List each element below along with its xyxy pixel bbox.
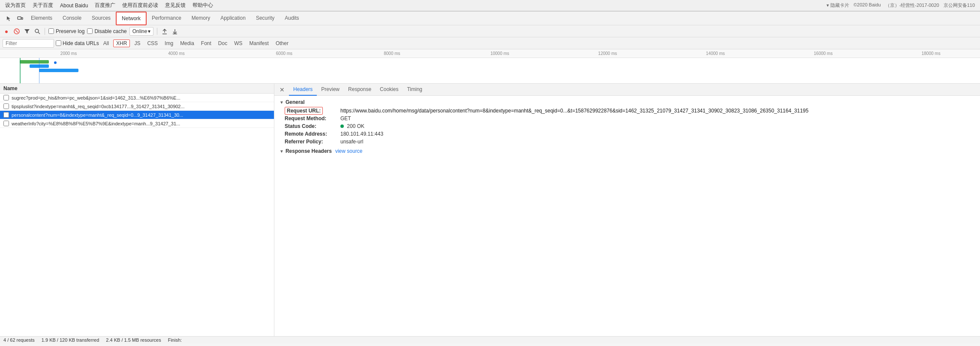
tab-timing[interactable]: Timing	[403, 84, 427, 96]
tick-6000: 6000 ms	[276, 51, 292, 56]
tab-console[interactable]: Console	[57, 12, 87, 25]
hide-data-urls-label[interactable]: Hide data URLs	[56, 40, 99, 46]
general-section-title[interactable]: General	[280, 99, 975, 105]
remote-address-row: Remote Address: 180.101.49.11:443	[280, 131, 975, 137]
main-content: Name sugrec?prod=pc_his&from=pc_web&json…	[0, 84, 980, 336]
timeline-marker	[20, 58, 21, 83]
browser-link-promote[interactable]: 百度推广	[95, 2, 115, 9]
request-checkbox-1[interactable]	[3, 95, 9, 100]
filter-icon	[24, 28, 30, 34]
export-button[interactable]	[171, 27, 179, 35]
browser-link-guide[interactable]: 使用百度前必读	[122, 2, 158, 9]
tab-cookies[interactable]: Cookies	[376, 84, 403, 96]
filter-font-button[interactable]: Font	[198, 40, 214, 47]
filter-bar: Hide data URLs All XHR JS CSS Img Media …	[0, 37, 980, 49]
chevron-down-icon: ▾	[827, 3, 829, 8]
remote-address-value: 180.101.49.11:443	[340, 131, 383, 137]
clear-icon	[14, 28, 20, 34]
tab-performance[interactable]: Performance	[147, 12, 186, 25]
request-method-label: Request Method:	[285, 115, 340, 121]
online-dropdown[interactable]: Online ▾	[129, 27, 154, 36]
browser-link-about-en[interactable]: About Baidu	[60, 3, 88, 9]
browser-link-home[interactable]: 设为首页	[5, 2, 26, 9]
tick-10000: 10000 ms	[490, 51, 509, 56]
request-checkbox-3[interactable]	[3, 112, 9, 118]
request-name-3: personalcontent?num=8&indextype=manht&_r…	[12, 112, 271, 118]
timeline-chart	[0, 58, 980, 83]
preserve-log-label[interactable]: Preserve log	[48, 28, 84, 34]
status-transferred: 1.9 KB / 120 KB transferred	[42, 337, 99, 343]
tab-elements[interactable]: Elements	[26, 12, 57, 25]
clear-button[interactable]	[13, 27, 21, 35]
browser-hide-card[interactable]: ▾ 隐藏卡片	[827, 2, 849, 9]
tab-headers[interactable]: Headers	[289, 84, 317, 96]
filter-ws-button[interactable]: WS	[231, 40, 245, 47]
record-button[interactable]: ●	[3, 27, 10, 35]
browser-link-feedback[interactable]: 意见反馈	[165, 2, 186, 9]
browser-link-about[interactable]: 关于百度	[33, 2, 53, 9]
browser-link-help[interactable]: 帮助中心	[192, 2, 213, 9]
request-url-row: Request URL: https://www.baidu.com/home/…	[280, 108, 975, 114]
devtools-panel: Elements Console Sources Network Perform…	[0, 11, 980, 343]
filter-manifest-button[interactable]: Manifest	[247, 40, 271, 47]
disable-cache-checkbox[interactable]	[87, 28, 93, 34]
svg-point-4	[35, 29, 39, 33]
dropdown-chevron-icon: ▾	[148, 28, 150, 34]
status-bar: 4 / 62 requests 1.9 KB / 120 KB transfer…	[0, 336, 980, 343]
timeline-marker-blue	[39, 58, 39, 83]
response-headers-section-title[interactable]: Response Headers view source	[280, 148, 975, 154]
tab-security[interactable]: Security	[251, 12, 280, 25]
filter-media-button[interactable]: Media	[177, 40, 197, 47]
request-checkbox-2[interactable]	[3, 103, 9, 109]
cursor-icon[interactable]	[3, 15, 15, 21]
tab-response[interactable]: Response	[344, 84, 376, 96]
tick-16000: 16000 ms	[814, 51, 833, 56]
status-code-label: Status Code:	[285, 123, 340, 129]
request-list-body: sugrec?prod=pc_his&from=pc_web&json=1&si…	[0, 94, 274, 336]
import-button[interactable]	[161, 27, 168, 35]
status-resources: 2.4 KB / 1.5 MB resources	[106, 337, 161, 343]
request-row[interactable]: weatherInfo?city=%E8%8B%8F%E5%B7%9E&inde…	[0, 119, 274, 128]
filter-img-button[interactable]: Img	[162, 40, 176, 47]
request-name-4: weatherInfo?city=%E8%8B%8F%E5%B7%9E&inde…	[12, 121, 271, 126]
filter-xhr-button[interactable]: XHR	[113, 39, 130, 47]
search-button[interactable]	[33, 27, 41, 35]
tab-preview[interactable]: Preview	[317, 84, 344, 96]
filter-all-button[interactable]: All	[101, 40, 111, 47]
remote-address-label: Remote Address:	[285, 131, 340, 137]
request-method-row: Request Method: GET	[280, 115, 975, 121]
view-source-link[interactable]: view source	[335, 148, 362, 154]
filter-input[interactable]	[3, 39, 54, 48]
tab-network[interactable]: Network	[116, 12, 147, 25]
search-icon	[34, 28, 40, 34]
hide-data-urls-checkbox[interactable]	[56, 40, 61, 46]
tab-audits[interactable]: Audits	[280, 12, 304, 25]
preserve-log-checkbox[interactable]	[48, 28, 54, 34]
filter-other-button[interactable]: Other	[273, 40, 291, 47]
filter-button[interactable]	[23, 27, 31, 35]
tab-application[interactable]: Application	[215, 12, 251, 25]
request-method-value: GET	[340, 115, 351, 121]
disable-cache-label[interactable]: Disable cache	[87, 28, 126, 34]
request-row[interactable]: tipspluslist?indextype=manht&_req_seqid=…	[0, 102, 274, 111]
timeline-ruler: 2000 ms 4000 ms 6000 ms 8000 ms 10000 ms…	[0, 49, 980, 58]
tab-memory[interactable]: Memory	[186, 12, 215, 25]
filter-doc-button[interactable]: Doc	[216, 40, 230, 47]
request-checkbox-4[interactable]	[3, 121, 9, 126]
filter-js-button[interactable]: JS	[132, 40, 143, 47]
referrer-policy-value: unsafe-url	[340, 139, 363, 145]
device-toggle-icon[interactable]	[15, 15, 26, 21]
detail-content: General Request URL: https://www.baidu.c…	[274, 96, 980, 336]
detail-panel: ✕ Headers Preview Response Cookies Timin…	[274, 84, 980, 336]
request-row-selected[interactable]: personalcontent?num=8&indextype=manht&_r…	[0, 111, 274, 119]
filter-css-button[interactable]: CSS	[144, 40, 160, 47]
tick-18000: 18000 ms	[922, 51, 941, 56]
browser-copyright: ©2020 Baidu	[854, 2, 881, 9]
request-list-header: Name	[0, 84, 274, 94]
tab-sources[interactable]: Sources	[87, 12, 116, 25]
download-icon	[172, 28, 178, 34]
pointer-icon	[6, 15, 12, 21]
request-row[interactable]: sugrec?prod=pc_his&from=pc_web&json=1&si…	[0, 94, 274, 102]
tick-14000: 14000 ms	[706, 51, 725, 56]
detail-close-button[interactable]: ✕	[278, 85, 286, 94]
